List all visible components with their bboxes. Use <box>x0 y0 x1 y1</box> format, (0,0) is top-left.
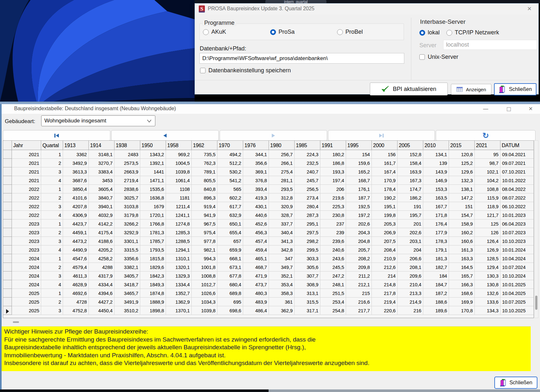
grid-cell[interactable]: 243,6 <box>320 254 346 263</box>
grid-row[interactable]: 202344490,94205,23315,51793,51294,1982,1… <box>4 245 534 254</box>
grid-cell[interactable]: 189,6 <box>423 306 449 315</box>
grid-cell[interactable]: 632,9 <box>217 211 243 219</box>
unix-server-checkbox[interactable]: Unix-Server <box>419 54 458 60</box>
grid-cell[interactable]: 3405,7 <box>114 272 140 280</box>
grid-cell[interactable]: 224,3 <box>295 150 320 159</box>
grid-cell[interactable]: 206 <box>320 185 346 193</box>
grid-cell[interactable]: 1898,8 <box>140 306 166 315</box>
grid-cell[interactable]: 1061,4 <box>166 176 192 185</box>
grid-cell[interactable]: 2483 <box>114 150 140 159</box>
row-indicator-cell[interactable] <box>4 289 12 298</box>
grid-cell[interactable]: 4728 <box>63 298 89 306</box>
grid-cell[interactable]: 214,8 <box>372 280 398 289</box>
grid-cell[interactable]: 4 <box>41 280 63 289</box>
row-indicator-cell[interactable] <box>4 280 12 289</box>
grid-cell[interactable]: 168,6 <box>449 289 475 298</box>
grid-cell[interactable]: 167,7 <box>423 202 449 211</box>
grid-cell[interactable]: 975,4 <box>192 228 217 237</box>
grid-cell[interactable]: 166,3 <box>449 280 475 289</box>
grid-row[interactable]: 2021133623148,124831343,2969,2735,5494,2… <box>4 150 534 159</box>
grid-cell[interactable]: 969,2 <box>166 150 192 159</box>
grid-cell[interactable]: 1004,5 <box>166 159 192 167</box>
grid-cell[interactable]: 240,6 <box>320 245 346 254</box>
grid-cell[interactable]: 419,3 <box>243 193 269 202</box>
grid-cell[interactable]: 3418,7 <box>114 280 140 289</box>
grid-cell[interactable]: 2 <box>41 263 63 272</box>
grid-cell[interactable]: 139 <box>423 159 449 167</box>
grid-cell[interactable]: 130,3 <box>475 272 500 280</box>
grid-cell[interactable]: 312,8 <box>269 193 295 202</box>
grid-cell[interactable]: 3103,8 <box>114 202 140 211</box>
grid-cell[interactable]: 4473,2 <box>63 237 89 245</box>
grid-cell[interactable]: 2022 <box>12 193 41 202</box>
grid-cell[interactable]: 896,3 <box>192 193 217 202</box>
grid-cell[interactable]: 3491,9 <box>114 298 140 306</box>
grid-cell[interactable]: 203,1 <box>398 237 423 245</box>
grid-cell[interactable]: 154,7 <box>449 211 475 219</box>
grid-cell[interactable]: 121,7 <box>475 211 500 219</box>
grid-cell[interactable]: 95 <box>475 150 500 159</box>
grid-cell[interactable]: 2021 <box>12 150 41 159</box>
grid-cell[interactable]: 358,3 <box>269 289 295 298</box>
grid-cell[interactable]: 3382,1 <box>114 263 140 272</box>
grid-cell[interactable]: 1181 <box>166 193 192 202</box>
grid-cell[interactable]: 247,2 <box>320 272 346 280</box>
grid-cell[interactable]: 356,6 <box>243 159 269 167</box>
grid-cell[interactable]: 10.10.2025 <box>500 306 534 315</box>
grid-row[interactable]: 202234207,83940,13103,816791211,4919,461… <box>4 202 534 211</box>
bpi-aktualisieren-button[interactable]: BPI aktualisieren <box>370 83 448 95</box>
grid-cell[interactable]: 195,7 <box>398 211 423 219</box>
grid-cell[interactable]: 108,8 <box>475 185 500 193</box>
scrollbar-thumb[interactable] <box>535 296 537 310</box>
gebaeudeart-combobox[interactable]: Wohngebäude insgesamt <box>41 115 155 126</box>
grid-cell[interactable]: 4032,9 <box>89 211 114 219</box>
grid-cell[interactable]: 186,8 <box>320 159 346 167</box>
grid-row[interactable]: 202534752,84450,43510,21898,81370,11039,… <box>4 306 534 315</box>
grid-cell[interactable]: 3179,8 <box>114 211 140 219</box>
grid-cell[interactable]: 430,1 <box>243 202 269 211</box>
grid-cell[interactable]: 486,4 <box>243 306 269 315</box>
grid-cell[interactable]: 1829,6 <box>140 263 166 272</box>
grid-cell[interactable]: 2024 <box>12 254 41 263</box>
grid-cell[interactable]: 967,5 <box>192 219 217 228</box>
grid-cell[interactable]: 191 <box>398 202 423 211</box>
grid-cell[interactable]: 10.01.2025 <box>500 280 534 289</box>
grid-cell[interactable]: 134,1 <box>423 150 449 159</box>
grid-cell[interactable]: 206,6 <box>398 254 423 263</box>
grid-cell[interactable]: 4394,6 <box>89 289 114 298</box>
grid-cell[interactable]: 4579,4 <box>63 263 89 272</box>
grid-cell[interactable]: 199,8 <box>372 211 398 219</box>
grid-cell[interactable]: 216 <box>398 306 423 315</box>
grid-cell[interactable]: 2021 <box>12 159 41 167</box>
grid-cell[interactable]: 230,8 <box>320 211 346 219</box>
grid-cell[interactable]: 1274,8 <box>166 219 192 228</box>
grid-cell[interactable]: 256,7 <box>269 150 295 159</box>
grid-cell[interactable]: 4692,6 <box>63 289 89 298</box>
grid-cell[interactable]: 215 <box>346 289 372 298</box>
grid-cell[interactable]: 214,9 <box>398 298 423 306</box>
row-indicator-cell[interactable] <box>4 245 12 254</box>
grid-cell[interactable]: 202,6 <box>346 219 372 228</box>
grid-cell[interactable]: 187,2 <box>423 289 449 298</box>
prior-record-button[interactable] <box>111 130 219 141</box>
grid-cell[interactable]: 4547,6 <box>63 254 89 263</box>
grid-cell[interactable]: 3383,4 <box>89 167 114 176</box>
grid-cell[interactable]: 120,8 <box>449 150 475 159</box>
grid-cell[interactable]: 266,1 <box>269 159 295 167</box>
grid-cell[interactable]: 1471,1 <box>140 176 166 185</box>
grid-cell[interactable]: 217,8 <box>372 289 398 298</box>
grid-cell[interactable]: 10.07.2023 <box>500 228 534 237</box>
grid-cell[interactable]: 177,9 <box>423 228 449 237</box>
row-indicator-cell[interactable] <box>4 193 12 202</box>
grid-cell[interactable]: 2 <box>41 159 63 167</box>
row-indicator-cell[interactable] <box>4 150 12 159</box>
grid-cell[interactable]: 208,4 <box>372 245 398 254</box>
grid-cell[interactable]: 1008,8 <box>192 272 217 280</box>
row-indicator-cell[interactable] <box>4 272 12 280</box>
grid-cell[interactable]: 205,7 <box>346 245 372 254</box>
grid-cell[interactable]: 154 <box>346 150 372 159</box>
grid-cell[interactable]: 182,7 <box>423 263 449 272</box>
grid-cell[interactable]: 152,8 <box>398 150 423 159</box>
grid-cell[interactable]: 4423,7 <box>63 219 89 228</box>
grid-cell[interactable]: 465,1 <box>243 254 269 263</box>
